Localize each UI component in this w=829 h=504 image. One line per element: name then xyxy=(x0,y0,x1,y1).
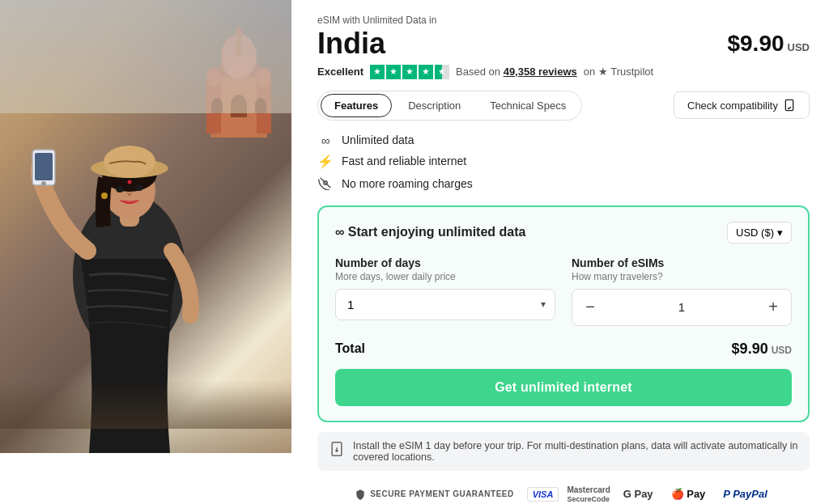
esims-input-group: Number of eSIMs How many travelers? − 1 … xyxy=(572,256,792,326)
total-amount: $9.90 xyxy=(732,341,768,358)
check-compat-label: Check compatibility xyxy=(687,100,778,112)
payment-logos: VISA MastercardSecureCode G Pay 🍎 Pay P … xyxy=(527,485,772,503)
applepay-logo: 🍎 Pay xyxy=(666,486,711,502)
esim-label: eSIM with Unlimited Data in xyxy=(317,15,810,26)
price-block: $9.90 USD xyxy=(727,31,810,57)
card-inputs: Number of days More days, lower daily pr… xyxy=(335,256,792,326)
gpay-logo: G Pay xyxy=(619,486,658,502)
content-section: eSIM with Unlimited Data in India $9.90 … xyxy=(291,0,829,504)
days-select-wrapper: 1 3 5 7 10 14 21 30 ▾ xyxy=(335,289,555,320)
currency-value: USD ($) xyxy=(736,227,774,239)
svg-point-19 xyxy=(41,181,46,186)
esims-increment-button[interactable]: + xyxy=(755,290,791,325)
feature-unlimited-label: Unlimited data xyxy=(342,133,414,146)
esims-counter: − 1 + xyxy=(572,289,792,326)
days-label: Number of days xyxy=(335,256,555,269)
total-label: Total xyxy=(335,341,365,356)
product-header: India $9.90 USD xyxy=(317,28,810,60)
svg-point-27 xyxy=(128,180,132,184)
star-rating: ★ ★ ★ ★ ★ xyxy=(370,65,449,79)
feature-fast-label: Fast and reliable internet xyxy=(342,155,466,167)
total-price: $9.90 USD xyxy=(732,341,792,358)
tabs-container: Features Description Technical Specs xyxy=(317,91,582,121)
infinity-card-icon: ∞ xyxy=(335,225,348,239)
card-title: ∞ Start enjoying unlimited data xyxy=(335,225,525,239)
svg-point-25 xyxy=(116,186,124,193)
phone-check-icon xyxy=(783,99,796,112)
phone-install-icon xyxy=(329,441,345,461)
card-header: ∞ Start enjoying unlimited data USD ($) … xyxy=(335,222,792,244)
rating-label: Excellent xyxy=(317,66,363,78)
secure-label: SECURE PAYMENT GUARANTEED xyxy=(370,489,514,498)
total-row: Total $9.90 USD xyxy=(335,341,792,358)
feature-no-roaming-label: No more roaming charges xyxy=(342,177,473,190)
esims-value: 1 xyxy=(608,300,755,314)
days-select[interactable]: 1 3 5 7 10 14 21 30 xyxy=(335,289,555,320)
tab-features[interactable]: Features xyxy=(321,94,392,117)
infinity-icon: ∞ xyxy=(317,133,334,147)
mastercard-logo: MastercardSecureCode xyxy=(567,485,610,503)
svg-point-26 xyxy=(135,184,143,191)
check-compatibility-button[interactable]: Check compatibility xyxy=(674,91,810,119)
feature-fast-internet: ⚡ Fast and reliable internet xyxy=(317,154,810,169)
price-currency: USD xyxy=(788,41,810,53)
tabs-row: Features Description Technical Specs Che… xyxy=(317,91,810,121)
star-4: ★ xyxy=(419,65,433,79)
trustpilot-badge: on ★ Trustpilot xyxy=(584,66,653,78)
star-2: ★ xyxy=(386,65,401,79)
esims-decrement-button[interactable]: − xyxy=(572,290,608,325)
reviews-text: Based on 49,358 reviews xyxy=(456,66,577,78)
total-currency: USD xyxy=(772,345,792,356)
feature-no-roaming: No more roaming charges xyxy=(317,176,810,193)
page-wrapper: eSIM with Unlimited Data in India $9.90 … xyxy=(0,0,829,504)
buy-button-label: Get unlimited internet xyxy=(495,380,632,394)
product-image xyxy=(0,0,291,504)
features-list: ∞ Unlimited data ⚡ Fast and reliable int… xyxy=(317,133,810,193)
reviews-link[interactable]: 49,358 reviews xyxy=(504,66,577,78)
svg-point-28 xyxy=(101,193,108,199)
secure-payment-badge: SECURE PAYMENT GUARANTEED xyxy=(355,489,514,500)
esims-sublabel: How many travelers? xyxy=(572,271,792,282)
install-notice: Install the eSIM 1 day before your trip.… xyxy=(317,432,810,471)
esims-label: Number of eSIMs xyxy=(572,256,792,269)
chevron-down-icon: ▾ xyxy=(777,227,783,239)
image-bg xyxy=(0,0,291,453)
product-title: India xyxy=(317,28,385,60)
star-3: ★ xyxy=(402,65,417,79)
card-title-bold: unlimited data xyxy=(438,225,525,239)
days-sublabel: More days, lower daily price xyxy=(335,271,555,282)
product-price: $9.90 xyxy=(727,31,784,57)
buy-button[interactable]: Get unlimited internet xyxy=(335,369,792,406)
star-5: ★ xyxy=(435,65,449,79)
svg-rect-18 xyxy=(35,153,53,180)
payment-strip: SECURE PAYMENT GUARANTEED VISA Mastercar… xyxy=(317,482,810,503)
currency-selector[interactable]: USD ($) ▾ xyxy=(727,222,792,244)
tab-description[interactable]: Description xyxy=(395,94,474,117)
visa-logo: VISA xyxy=(527,487,559,502)
install-notice-text: Install the eSIM 1 day before your trip.… xyxy=(353,440,798,463)
rating-row: Excellent ★ ★ ★ ★ ★ Based on 49,358 revi… xyxy=(317,65,810,79)
feature-unlimited-data: ∞ Unlimited data xyxy=(317,133,810,147)
lightning-icon: ⚡ xyxy=(317,154,334,169)
paypal-logo: P PayPal xyxy=(718,486,772,502)
days-input-group: Number of days More days, lower daily pr… xyxy=(335,256,555,326)
no-roaming-icon xyxy=(317,176,334,193)
shield-icon xyxy=(355,489,366,500)
star-1: ★ xyxy=(370,65,385,79)
purchase-card: ∞ Start enjoying unlimited data USD ($) … xyxy=(317,205,810,422)
tab-technical-specs[interactable]: Technical Specs xyxy=(477,94,579,117)
